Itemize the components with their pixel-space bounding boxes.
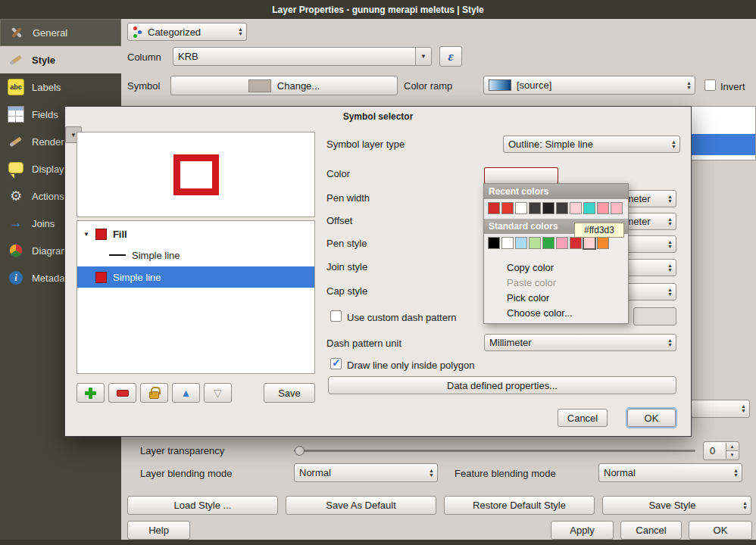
data-defined-label: Data defined properties...: [447, 380, 558, 391]
dash-pattern-unit-combo[interactable]: Millimeter ▲▼: [484, 334, 676, 351]
expander-icon[interactable]: ▼: [83, 231, 89, 238]
combo-arrows-icon: ▲▼: [667, 240, 673, 249]
move-down-button[interactable]: ▽: [204, 383, 232, 403]
save-as-default-button[interactable]: Save As Default: [286, 496, 436, 515]
line-icon: [109, 254, 126, 256]
color-swatch[interactable]: [515, 237, 527, 249]
color-swatch[interactable]: [556, 202, 568, 214]
symbol-layers-tree: ▼ Fill Simple line Simple line: [77, 220, 315, 374]
sidebar-item-label: Fields: [32, 109, 58, 120]
color-swatch[interactable]: [583, 202, 595, 214]
paintbrush-icon: [8, 51, 24, 68]
combo-arrows-icon: ▲▼: [667, 195, 673, 204]
sidebar-item-style[interactable]: Style: [0, 46, 121, 73]
tree-row-simple-line[interactable]: Simple line: [77, 245, 314, 265]
color-label: Color: [326, 168, 350, 179]
color-dropdown-menu: Recent colors Standard colors Copy color…: [483, 183, 629, 324]
save-style-button[interactable]: Save Style ▲▼: [602, 496, 751, 515]
layer-blending-combo[interactable]: Normal ▲▼: [294, 463, 438, 482]
expression-builder-button[interactable]: ε: [439, 46, 462, 67]
color-swatch[interactable]: [529, 237, 541, 249]
combo-arrows-icon: ▲▼: [742, 501, 748, 510]
renderer-type-combo[interactable]: Categorized ▲▼: [127, 23, 247, 41]
renderer-type-value: Categorized: [148, 26, 201, 38]
spinner-arrows-icon[interactable]: ▲▼: [726, 443, 738, 459]
chevron-down-icon[interactable]: ▼: [415, 48, 431, 65]
symbol-layer-type-combo[interactable]: Outline: Simple line ▲▼: [503, 135, 680, 153]
minus-icon: [117, 390, 129, 397]
layer-properties-window: Layer Properties - gunung merapi meletus…: [0, 0, 756, 545]
plus-icon: [85, 388, 96, 399]
feature-blending-combo[interactable]: Normal ▲▼: [598, 463, 742, 482]
save-style-label: Save Style: [648, 500, 695, 511]
lock-color-button[interactable]: [140, 383, 168, 403]
column-combo[interactable]: KRB ▼: [173, 47, 432, 66]
transparency-slider[interactable]: [294, 450, 695, 452]
draw-inside-polygon-label: Draw line only inside polygon: [347, 360, 474, 371]
join-arrow-icon: →: [8, 215, 24, 232]
color-swatch[interactable]: [583, 237, 595, 249]
color-swatch[interactable]: [529, 202, 541, 214]
combo-arrows-icon: ▲▼: [741, 404, 746, 413]
dialog-cancel-label: Cancel: [567, 413, 598, 424]
draw-inside-polygon-checkbox[interactable]: [330, 358, 342, 369]
epsilon-icon: ε: [448, 49, 454, 64]
apply-button[interactable]: Apply: [551, 521, 614, 540]
move-up-button[interactable]: ▲: [172, 383, 200, 403]
color-swatch[interactable]: [597, 202, 609, 214]
sidebar-item-label: Display: [32, 164, 64, 175]
recent-colors-header: Recent colors: [484, 184, 628, 199]
invert-checkbox[interactable]: [704, 79, 716, 91]
transparency-slider-handle[interactable]: [295, 446, 305, 456]
color-swatch[interactable]: [570, 202, 582, 214]
tree-row-fill[interactable]: ▼ Fill: [77, 224, 314, 244]
data-defined-properties-button[interactable]: Data defined properties...: [328, 376, 676, 394]
add-symbol-layer-button[interactable]: [77, 383, 105, 403]
color-swatch[interactable]: [501, 202, 514, 214]
use-custom-dash-checkbox[interactable]: [330, 310, 342, 322]
color-swatch[interactable]: [611, 202, 623, 214]
menu-item-copy-color[interactable]: Copy color: [484, 260, 628, 275]
cancel-label: Cancel: [636, 525, 666, 536]
sidebar-item-labels[interactable]: abc Labels: [0, 73, 121, 101]
down-arrow-icon: ▽: [214, 388, 222, 398]
color-ramp-combo[interactable]: [source] ▲▼: [483, 76, 695, 95]
ok-button[interactable]: OK: [689, 521, 752, 540]
sidebar-item-label: General: [33, 27, 67, 39]
color-swatch[interactable]: [556, 237, 568, 249]
color-swatch[interactable]: [488, 237, 500, 249]
help-button[interactable]: Help: [127, 521, 190, 540]
symbol-layer-type-label: Symbol layer type: [326, 139, 405, 150]
window-titlebar[interactable]: Layer Properties - gunung merapi meletus…: [0, 0, 756, 19]
color-swatch[interactable]: [515, 202, 527, 214]
dialog-cancel-button[interactable]: Cancel: [558, 409, 608, 427]
dialog-ok-button[interactable]: OK: [627, 409, 676, 427]
line-swatch-icon: [95, 272, 107, 283]
tree-row-simple-line-selected[interactable]: Simple line: [77, 266, 314, 288]
sidebar-item-general[interactable]: General: [0, 19, 121, 46]
pen-style-label: Pen style: [326, 238, 367, 249]
menu-item-choose-color[interactable]: Choose color...: [484, 305, 628, 320]
brush-icon: [8, 133, 24, 150]
color-swatch[interactable]: [501, 237, 514, 249]
combo-arrows-icon: ▲▼: [671, 140, 676, 149]
restore-default-style-button[interactable]: Restore Default Style: [444, 496, 595, 515]
color-swatch[interactable]: [542, 237, 555, 249]
color-swatch[interactable]: [542, 202, 555, 214]
layer-blending-label: Layer blending mode: [140, 468, 232, 479]
symbol-layer-type-value: Outline: Simple line: [508, 139, 593, 150]
cancel-button[interactable]: Cancel: [620, 521, 682, 540]
color-swatch[interactable]: [570, 237, 582, 249]
color-swatch[interactable]: [488, 202, 500, 214]
load-style-button[interactable]: Load Style ...: [127, 496, 278, 515]
sidebar-item-label: Actions: [32, 191, 64, 202]
transparency-spinbox[interactable]: 0 ▲▼: [703, 441, 739, 460]
offset-label: Offset: [326, 215, 352, 226]
symbol-change-button[interactable]: Change...: [170, 76, 398, 95]
color-button[interactable]: [484, 167, 558, 184]
color-swatch[interactable]: [597, 237, 609, 249]
remove-symbol-layer-button[interactable]: [108, 383, 136, 403]
help-label: Help: [148, 525, 169, 536]
save-symbol-button[interactable]: Save: [264, 383, 315, 403]
menu-item-pick-color[interactable]: Pick color: [484, 290, 628, 305]
